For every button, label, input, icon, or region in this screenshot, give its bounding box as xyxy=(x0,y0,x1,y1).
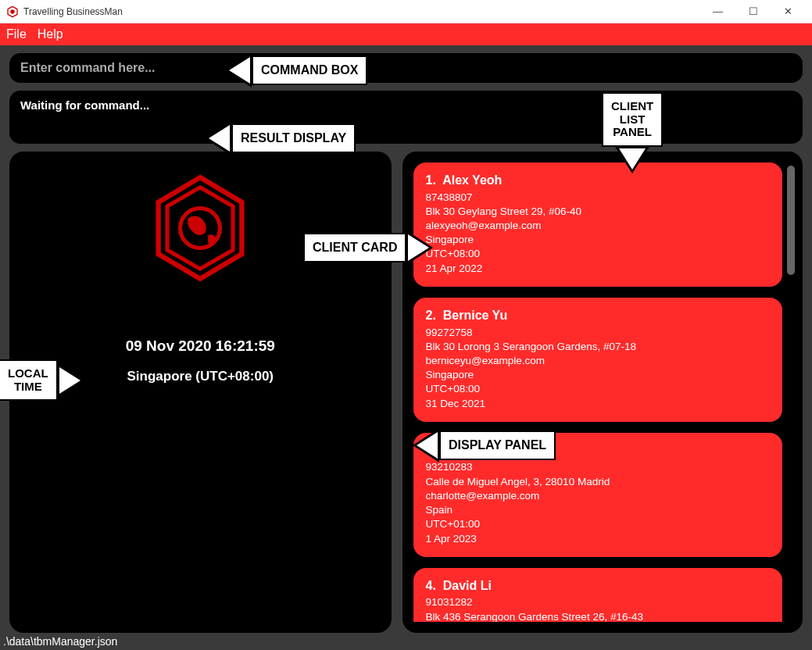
result-display: Waiting for command... xyxy=(9,91,803,144)
client-list-panel: 1. Alex Yeoh 87438807 Blk 30 Geylang Str… xyxy=(402,152,803,633)
arrow-right-icon xyxy=(58,363,84,398)
client-tz: UTC+01:00 xyxy=(426,517,771,531)
scrollbar[interactable] xyxy=(787,166,795,275)
callout-label: LOCAL TIME xyxy=(0,359,58,401)
client-tz: UTC+08:00 xyxy=(426,247,771,261)
arrow-left-icon xyxy=(413,428,439,462)
command-input[interactable]: Enter command here... xyxy=(9,53,803,83)
status-bar: .\data\tbmManager.json xyxy=(0,633,812,650)
arrow-down-icon xyxy=(615,147,649,173)
client-card[interactable]: 1. Alex Yeoh 87438807 Blk 30 Geylang Str… xyxy=(413,162,783,287)
client-card[interactable]: 4. David Li 91031282 Blk 436 Serangoon G… xyxy=(413,568,783,622)
client-country: Singapore xyxy=(426,368,771,382)
client-card[interactable]: 2. Bernice Yu 99272758 Blk 30 Lorong 3 S… xyxy=(413,298,783,422)
arrow-right-icon xyxy=(406,230,433,265)
client-date: 31 Dec 2021 xyxy=(426,397,771,411)
callout-label: DISPLAY PANEL xyxy=(439,430,556,460)
client-date: 1 Apr 2023 xyxy=(426,532,771,546)
result-text: Waiting for command... xyxy=(20,98,149,112)
client-email: alexyeoh@example.com xyxy=(426,219,771,233)
callout-client-list-panel: CLIENT LIST PANEL xyxy=(602,92,663,173)
client-date: 21 Apr 2022 xyxy=(426,262,771,276)
client-address: Calle de Miguel Angel, 3, 28010 Madrid xyxy=(426,475,771,489)
client-country: Singapore xyxy=(426,233,771,247)
client-address: Blk 436 Serangoon Gardens Street 26, #16… xyxy=(426,610,771,622)
menubar: File Help xyxy=(0,23,812,45)
client-name: 4. David Li xyxy=(426,577,771,595)
svg-point-1 xyxy=(10,9,14,13)
status-path: .\data\tbmManager.json xyxy=(3,635,117,648)
callout-display-panel: DISPLAY PANEL xyxy=(413,428,556,462)
titlebar: Travelling BusinessMan — ☐ ✕ xyxy=(0,0,812,23)
client-phone: 93210283 xyxy=(426,460,771,474)
window-controls: — ☐ ✕ xyxy=(700,1,806,23)
client-country: Spain xyxy=(426,503,771,517)
client-name: 2. Bernice Yu xyxy=(426,307,771,324)
client-tz: UTC+08:00 xyxy=(426,382,771,396)
menu-help[interactable]: Help xyxy=(38,27,63,41)
client-name: 1. Alex Yeoh xyxy=(426,172,771,189)
maximize-button[interactable]: ☐ xyxy=(735,1,771,23)
arrow-left-icon xyxy=(225,53,252,88)
local-time: 09 Nov 2020 16:21:59 xyxy=(126,338,275,355)
callout-label: CLIENT LIST PANEL xyxy=(602,92,663,147)
client-address: Blk 30 Lorong 3 Serangoon Gardens, #07-1… xyxy=(426,340,771,354)
local-timezone: Singapore (UTC+08:00) xyxy=(127,369,274,384)
callout-client-card: CLIENT CARD xyxy=(303,230,433,265)
callout-label: RESULT DISPLAY xyxy=(231,123,356,153)
main-panels: 09 Nov 2020 16:21:59 Singapore (UTC+08:0… xyxy=(9,152,803,633)
client-phone: 87438807 xyxy=(426,191,771,205)
callout-label: CLIENT CARD xyxy=(303,233,406,262)
close-button[interactable]: ✕ xyxy=(771,1,806,23)
content-area: Enter command here... Waiting for comman… xyxy=(0,45,812,633)
arrow-left-icon xyxy=(205,121,231,155)
callout-command-box: COMMAND BOX xyxy=(225,53,367,88)
client-address: Blk 30 Geylang Street 29, #06-40 xyxy=(426,205,771,219)
callout-label: COMMAND BOX xyxy=(252,55,367,85)
minimize-button[interactable]: — xyxy=(700,1,735,23)
callout-local-time: LOCAL TIME xyxy=(0,359,84,401)
app-icon xyxy=(6,5,19,18)
client-phone: 91031282 xyxy=(426,595,771,609)
command-placeholder: Enter command here... xyxy=(20,61,156,75)
client-scroll: 1. Alex Yeoh 87438807 Blk 30 Geylang Str… xyxy=(413,162,783,622)
globe-icon xyxy=(149,173,251,283)
client-email: berniceyu@example.com xyxy=(426,354,771,368)
window-title: Travelling BusinessMan xyxy=(23,6,700,17)
client-email: charlotte@example.com xyxy=(426,489,771,503)
client-phone: 99272758 xyxy=(426,326,771,340)
callout-result-display: RESULT DISPLAY xyxy=(205,121,356,155)
menu-file[interactable]: File xyxy=(6,27,27,41)
